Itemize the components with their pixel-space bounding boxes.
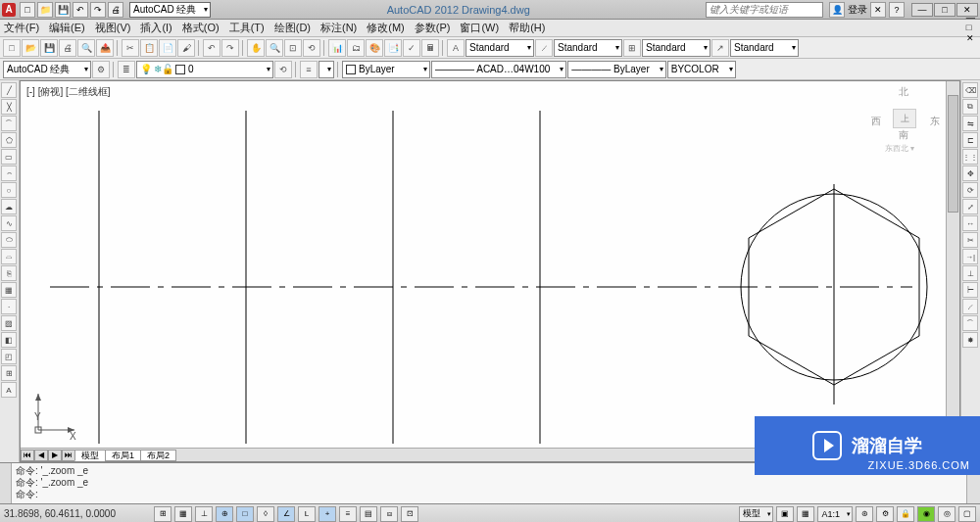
- publish-button[interactable]: 📤: [96, 39, 114, 57]
- lineweight-dropdown[interactable]: ———— ByLayer: [567, 61, 665, 78]
- layerstate-dropdown[interactable]: [318, 61, 334, 78]
- point-tool[interactable]: ·: [1, 299, 17, 314]
- copy-button[interactable]: 📋: [140, 39, 158, 57]
- arc-tool[interactable]: ⌢: [1, 166, 17, 181]
- open-button[interactable]: 📂: [22, 39, 39, 57]
- spline-tool[interactable]: ∿: [1, 215, 17, 231]
- menu-parametric[interactable]: 参数(P): [415, 21, 451, 35]
- ws-switch-icon[interactable]: ⚙: [876, 506, 894, 522]
- menu-dimension[interactable]: 标注(N): [320, 21, 357, 35]
- plotstyle-dropdown[interactable]: BYCOLOR: [667, 61, 736, 78]
- layer-manager-icon[interactable]: ≣: [118, 61, 135, 78]
- maximize-button[interactable]: □: [934, 3, 956, 17]
- ellipsearc-tool[interactable]: ⌓: [1, 249, 17, 264]
- scrollbar-thumb[interactable]: [948, 95, 958, 213]
- app-logo[interactable]: A: [2, 3, 16, 17]
- layerstate-icon[interactable]: ≡: [300, 61, 318, 78]
- undo-button[interactable]: ↶: [203, 39, 220, 57]
- textstyle-dropdown[interactable]: Standard: [466, 39, 534, 57]
- scale-tool[interactable]: ⤢: [962, 199, 978, 214]
- hatch-tool[interactable]: ▨: [1, 315, 17, 331]
- gradient-tool[interactable]: ◧: [1, 332, 17, 348]
- linetype-dropdown[interactable]: ———— ACAD…04W100: [431, 61, 566, 78]
- redo-button[interactable]: ↷: [221, 39, 239, 57]
- command-handle[interactable]: [0, 463, 12, 503]
- polar-toggle[interactable]: ⊕: [216, 506, 233, 522]
- pan-button[interactable]: ✋: [247, 39, 265, 57]
- minimize-button[interactable]: —: [911, 3, 933, 17]
- search-input[interactable]: [706, 2, 823, 18]
- zoom-button[interactable]: 🔍: [266, 39, 283, 57]
- zoom-window-button[interactable]: ⊡: [284, 39, 302, 57]
- ws-settings-icon[interactable]: ⚙: [92, 61, 110, 78]
- chamfer-tool[interactable]: ⟋: [962, 299, 978, 314]
- workspace-drop2[interactable]: AutoCAD 经典: [3, 61, 91, 78]
- menu-window[interactable]: 窗口(W): [460, 21, 499, 35]
- grid-toggle[interactable]: ▦: [174, 506, 192, 522]
- copy-tool[interactable]: ⧉: [962, 99, 978, 115]
- tab-next-icon[interactable]: ▶: [48, 450, 62, 461]
- menu-modify[interactable]: 修改(M): [367, 21, 405, 35]
- menu-draw[interactable]: 绘图(D): [274, 21, 311, 35]
- new-icon[interactable]: □: [20, 2, 35, 18]
- dimstyle-icon[interactable]: ⟋: [535, 39, 553, 57]
- plot-button[interactable]: 🖨: [59, 39, 76, 57]
- save-button[interactable]: 💾: [40, 39, 58, 57]
- circle-tool[interactable]: ○: [1, 182, 17, 198]
- menu-format[interactable]: 格式(O): [182, 21, 220, 35]
- tablestyle-dropdown[interactable]: Standard: [642, 39, 710, 57]
- preview-button[interactable]: 🔍: [77, 39, 95, 57]
- exchange-icon[interactable]: ✕: [870, 2, 886, 18]
- properties-button[interactable]: 📊: [328, 39, 346, 57]
- clean-screen-icon[interactable]: ▢: [958, 506, 976, 522]
- trim-tool[interactable]: ✂: [962, 232, 978, 248]
- 3dosnap-toggle[interactable]: ◊: [257, 506, 274, 522]
- erase-tool[interactable]: ⌫: [962, 82, 978, 98]
- undo-icon[interactable]: ↶: [73, 2, 88, 18]
- zoom-prev-button[interactable]: ⟲: [303, 39, 320, 57]
- mdi-minimize[interactable]: —: [966, 13, 975, 23]
- menu-view[interactable]: 视图(V): [95, 21, 131, 35]
- revcloud-tool[interactable]: ☁: [1, 199, 17, 214]
- toolbar-lock-icon[interactable]: 🔒: [897, 506, 914, 522]
- break-tool[interactable]: ⊥: [962, 265, 978, 281]
- tab-layout2[interactable]: 布局2: [140, 450, 176, 461]
- tab-layout1[interactable]: 布局1: [105, 450, 141, 461]
- explode-tool[interactable]: ✸: [962, 332, 978, 348]
- menu-file[interactable]: 文件(F): [4, 21, 39, 35]
- table-tool[interactable]: ⊞: [1, 365, 17, 381]
- line-tool[interactable]: ╱: [1, 82, 17, 98]
- annovis-icon[interactable]: ⊛: [856, 506, 873, 522]
- dcenter-button[interactable]: 🗂: [347, 39, 365, 57]
- new-button[interactable]: □: [3, 39, 21, 57]
- mirror-tool[interactable]: ⇋: [962, 116, 978, 131]
- coordinates-readout[interactable]: 31.8698, 60.4611, 0.0000: [4, 508, 151, 519]
- mleader-icon[interactable]: ↗: [711, 39, 729, 57]
- dyn-toggle[interactable]: +: [318, 506, 336, 522]
- qp-toggle[interactable]: ⧈: [380, 506, 398, 522]
- toolpal-button[interactable]: 🎨: [366, 39, 383, 57]
- print-icon[interactable]: 🖨: [108, 2, 123, 18]
- pline-tool[interactable]: ⌒: [1, 116, 17, 131]
- tab-model[interactable]: 模型: [74, 450, 106, 461]
- tpy-toggle[interactable]: ▤: [360, 506, 377, 522]
- array-tool[interactable]: ⋮⋮: [962, 149, 978, 165]
- join-tool[interactable]: ⊢: [962, 282, 978, 298]
- hardware-accel-icon[interactable]: ◉: [917, 506, 935, 522]
- tab-last-icon[interactable]: ⏭: [62, 450, 75, 461]
- dimstyle-dropdown[interactable]: Standard: [554, 39, 622, 57]
- extend-tool[interactable]: →|: [962, 249, 978, 264]
- redo-icon[interactable]: ↷: [90, 2, 106, 18]
- polygon-tool[interactable]: ⬠: [1, 132, 17, 148]
- layer-dropdown[interactable]: 💡 ❄ 🔓 0: [136, 61, 273, 78]
- quickview-drawings-icon[interactable]: ▦: [797, 506, 814, 522]
- menu-tools[interactable]: 工具(T): [229, 21, 265, 35]
- paste-button[interactable]: 📄: [159, 39, 176, 57]
- rotate-tool[interactable]: ⟳: [962, 182, 978, 198]
- ortho-toggle[interactable]: ⊥: [195, 506, 213, 522]
- tablestyle-icon[interactable]: ⊞: [623, 39, 641, 57]
- login-label[interactable]: 登录: [848, 3, 867, 17]
- snap-toggle[interactable]: ⊞: [154, 506, 172, 522]
- ducs-toggle[interactable]: L: [298, 506, 316, 522]
- drawing-canvas[interactable]: [-] [俯视] [二维线框] 北 西 东 南 上 东西北 ▾: [20, 80, 960, 462]
